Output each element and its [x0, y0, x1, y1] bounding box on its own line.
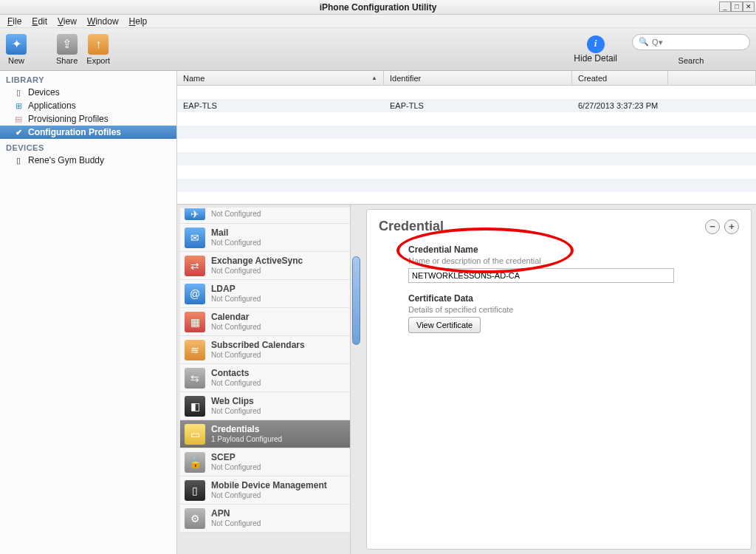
payload-title: SCEP: [211, 453, 261, 462]
menu-file[interactable]: File: [3, 16, 26, 27]
payload-icon: ▦: [185, 312, 205, 332]
sidebar-item-device-0[interactable]: ▯ Rene's Gym Buddy: [0, 154, 176, 167]
sidebar-item-devices[interactable]: ▯ Devices: [0, 86, 176, 99]
search-box[interactable]: 🔍: [632, 34, 750, 50]
detail-title: Credential: [379, 219, 444, 234]
remove-button[interactable]: −: [705, 219, 720, 234]
col-created[interactable]: Created: [572, 71, 668, 85]
payload-subtitle: Not Configured: [211, 323, 261, 331]
payload-item-apn[interactable]: ⚙APNNot Configured: [180, 505, 350, 533]
maximize-button[interactable]: □: [731, 1, 743, 12]
payload-item-exchange-activesync[interactable]: ⇄Exchange ActiveSyncNot Configured: [180, 252, 350, 280]
credential-name-label: Credential Name: [408, 244, 739, 255]
export-label: Export: [86, 56, 110, 65]
scrollbar[interactable]: [350, 205, 362, 554]
col-spacer: [668, 71, 756, 85]
sidebar-item-label: Devices: [28, 87, 60, 98]
device-icon: ▯: [13, 87, 24, 98]
payload-item-credentials[interactable]: ▭Credentials1 Payload Configured: [180, 420, 350, 448]
payload-item-mail[interactable]: ✉MailNot Configured: [180, 224, 350, 252]
sidebar-item-label: Configuration Profiles: [28, 127, 121, 137]
table-row-blank: [177, 86, 756, 99]
payload-subtitle: Not Configured: [211, 210, 261, 218]
payload-icon: ⇆: [185, 368, 205, 389]
new-icon: ✦: [6, 34, 27, 55]
payload-item-mobile-device-management[interactable]: ▯Mobile Device ManagementNot Configured: [180, 476, 350, 505]
payload-subtitle: Not Configured: [211, 267, 303, 275]
info-icon: i: [587, 35, 605, 53]
close-button[interactable]: ✕: [743, 1, 755, 12]
payload-icon: ✈: [185, 208, 205, 220]
payload-item-ldap[interactable]: @LDAPNot Configured: [180, 280, 350, 308]
certificate-data-label: Certificate Data: [408, 293, 739, 304]
credential-name-input[interactable]: [408, 268, 674, 283]
payload-item-scep[interactable]: 🔒SCEPNot Configured: [180, 448, 350, 476]
add-button[interactable]: +: [724, 219, 739, 234]
hide-detail-label: Hide Detail: [574, 53, 617, 64]
payload-item-partial[interactable]: ✈Not Configured: [180, 208, 350, 224]
payload-subtitle: Not Configured: [211, 239, 261, 247]
col-name[interactable]: Name ▲: [177, 71, 384, 85]
provisioning-icon: ▤: [13, 114, 24, 124]
table-body: EAP-TLS EAP-TLS 6/27/2013 3:37:23 PM: [177, 86, 756, 204]
window-title: iPhone Configuration Utility: [320, 2, 437, 13]
menu-window[interactable]: Window: [83, 16, 123, 27]
payload-subtitle: 1 Payload Configured: [211, 435, 282, 443]
payload-subtitle: Not Configured: [211, 379, 261, 387]
col-label: Identifier: [390, 74, 421, 83]
new-button[interactable]: ✦ New: [6, 34, 27, 65]
payload-subtitle: Not Configured: [211, 407, 261, 415]
col-label: Name: [183, 74, 205, 83]
table-row-blank: [177, 139, 756, 152]
hide-detail-button[interactable]: i Hide Detail: [574, 35, 617, 64]
minimize-button[interactable]: _: [719, 1, 731, 12]
payload-subtitle: Not Configured: [211, 351, 305, 359]
payload-icon: ⇄: [185, 256, 205, 276]
menu-bar: File Edit View Window Help: [0, 15, 756, 28]
apps-icon: ⊞: [13, 100, 24, 111]
payload-subtitle: Not Configured: [211, 463, 261, 471]
payload-item-subscribed-calendars[interactable]: ≋Subscribed CalendarsNot Configured: [180, 336, 350, 364]
payload-icon: ≋: [185, 340, 205, 360]
payload-item-contacts[interactable]: ⇆ContactsNot Configured: [180, 364, 350, 392]
payload-title: Subscribed Calendars: [211, 341, 305, 350]
sidebar-item-label: Applications: [28, 100, 76, 111]
payload-title: APN: [211, 509, 261, 519]
payload-icon: ⚙: [185, 508, 205, 529]
payload-item-calendar[interactable]: ▦CalendarNot Configured: [180, 308, 350, 336]
certificate-data-help: Details of specified certificate: [408, 305, 739, 314]
view-certificate-button[interactable]: View Certificate: [408, 317, 481, 333]
payload-icon: @: [185, 284, 205, 304]
credential-name-help: Name or description of the credential: [408, 256, 739, 265]
sort-asc-icon: ▲: [371, 75, 377, 81]
payload-title: Exchange ActiveSync: [211, 256, 303, 266]
menu-view[interactable]: View: [53, 16, 81, 27]
devices-header: DEVICES: [0, 139, 176, 154]
payload-item-web-clips[interactable]: ◧Web ClipsNot Configured: [180, 392, 350, 420]
menu-help[interactable]: Help: [125, 16, 152, 27]
export-button[interactable]: ↑ Export: [86, 34, 110, 65]
payload-icon: ✉: [185, 228, 205, 248]
payload-title: Credentials: [211, 425, 282, 434]
table-row[interactable]: EAP-TLS EAP-TLS 6/27/2013 3:37:23 PM: [177, 99, 756, 112]
table-row-blank: [177, 112, 756, 126]
export-icon: ↑: [88, 34, 109, 55]
search-input[interactable]: [652, 38, 754, 47]
payload-subtitle: Not Configured: [211, 491, 327, 499]
share-button[interactable]: ⇪ Share: [56, 34, 78, 65]
payload-list: ✈Not Configured✉MailNot Configured⇄Excha…: [177, 205, 362, 554]
title-bar: iPhone Configuration Utility _ □ ✕: [0, 0, 756, 15]
cell-created: 6/27/2013 3:37:23 PM: [572, 101, 668, 110]
scroll-thumb[interactable]: [352, 256, 360, 345]
cell-name: EAP-TLS: [177, 101, 384, 110]
sidebar-item-config-profiles[interactable]: ✔ Configuration Profiles: [0, 126, 176, 139]
sidebar-item-applications[interactable]: ⊞ Applications: [0, 99, 176, 112]
payload-icon: ◧: [185, 396, 205, 417]
col-identifier[interactable]: Identifier: [384, 71, 572, 85]
sidebar-item-label: Rene's Gym Buddy: [28, 155, 104, 165]
detail-panel: Credential − + Credential Name Name or d…: [366, 209, 752, 550]
share-label: Share: [56, 56, 78, 65]
sidebar-item-provisioning[interactable]: ▤ Provisioning Profiles: [0, 112, 176, 126]
table-row-blank: [177, 179, 756, 192]
menu-edit[interactable]: Edit: [27, 16, 52, 27]
